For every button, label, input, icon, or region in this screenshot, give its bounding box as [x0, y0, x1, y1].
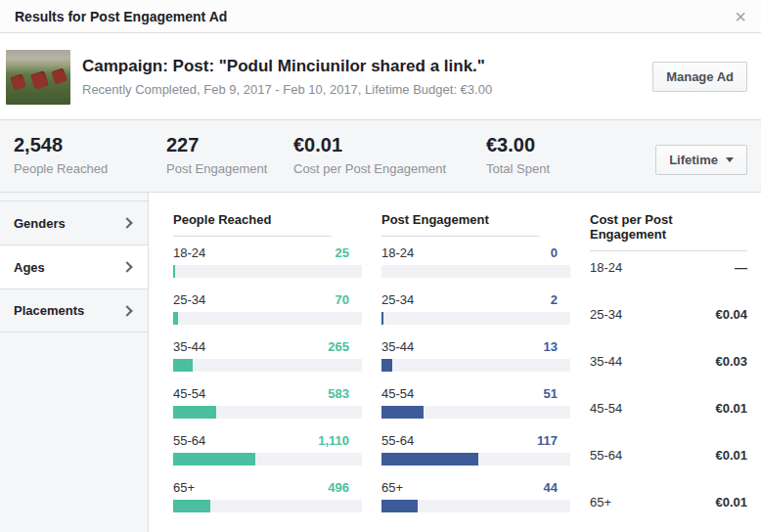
campaign-title: Campaign: Post: "Podul Minciunilor share… [82, 57, 652, 76]
age-range-label: 45-54 [381, 386, 414, 401]
breakdown-row: 18-24 0 [381, 245, 570, 278]
column-header: Cost per Post Engagement [590, 212, 747, 251]
date-range-label: Lifetime [669, 153, 718, 167]
age-range-label: 35-44 [381, 339, 414, 354]
column-rows: 18-24 — 25-34 €0.04 35-44 €0.03 45-54 €0… [590, 260, 747, 527]
breakdown-row: 65+ €0.01 [590, 495, 747, 527]
summary-stat: €3.00 Total Spent [486, 134, 550, 176]
bar-fill [173, 359, 193, 372]
row-top: 25-34 2 [381, 292, 570, 307]
column-header: People Reached [173, 212, 332, 237]
summary-stat: 2,548 People Reached [14, 134, 166, 176]
sidebar-item-label: Placements [14, 303, 84, 318]
bar-track [381, 265, 570, 278]
summary-stat: €0.01 Cost per Post Engagement [293, 134, 486, 176]
bar-fill [381, 500, 418, 512]
row-top: 18-24 0 [381, 245, 570, 260]
breakdown-column: Cost per Post Engagement 18-24 — 25-34 €… [590, 212, 747, 532]
metric-value: 1,110 [318, 433, 349, 448]
dialog-titlebar: Results for Post Engagement Ad × [0, 0, 761, 33]
age-range-label: 18-24 [173, 245, 205, 260]
age-range-label: 55-64 [590, 448, 622, 463]
stat-label: People Reached [14, 161, 166, 176]
metric-value: 25 [336, 245, 349, 260]
row-top: 45-54 51 [381, 386, 570, 401]
bar-fill [173, 453, 255, 466]
breakdown-row: 45-54 €0.01 [590, 401, 747, 433]
breakdown-row: 65+ 44 [381, 480, 570, 512]
age-range-label: 65+ [590, 495, 611, 510]
close-icon[interactable]: × [735, 7, 746, 26]
metric-value: 265 [328, 339, 349, 354]
stat-label: Total Spent [486, 161, 550, 176]
row-top: 65+ 44 [381, 480, 570, 495]
age-range-label: 55-64 [381, 433, 414, 448]
age-range-label: 35-44 [173, 339, 205, 354]
metric-value: 0 [551, 245, 558, 260]
results-dialog: Results for Post Engagement Ad × Campaig… [0, 0, 761, 532]
breakdown-charts: People Reached 18-24 25 25-34 70 35-44 2… [149, 193, 761, 532]
chevron-right-icon [121, 305, 132, 316]
age-range-label: 45-54 [590, 401, 622, 416]
breakdown-column: People Reached 18-24 25 25-34 70 35-44 2… [173, 212, 362, 532]
bar-track [173, 265, 362, 278]
age-range-label: 45-54 [173, 386, 205, 401]
bar-track [381, 453, 570, 466]
bar-track [173, 500, 362, 512]
bar-fill [381, 312, 383, 325]
bar-track [173, 312, 362, 325]
row-top: 45-54 583 [173, 386, 362, 401]
breakdown-row: 35-44 265 [173, 339, 362, 372]
age-range-label: 35-44 [590, 354, 622, 369]
bar-track [381, 406, 570, 419]
age-range-label: 65+ [381, 480, 403, 495]
row-top: 18-24 25 [173, 245, 362, 260]
breakdown-row: 25-34 €0.04 [590, 307, 747, 339]
age-range-label: 25-34 [173, 292, 205, 307]
manage-ad-button[interactable]: Manage Ad [652, 62, 747, 92]
age-range-label: 25-34 [590, 307, 622, 322]
bar-track [381, 312, 570, 325]
row-top: 55-64 117 [381, 433, 570, 448]
bar-track [173, 406, 362, 419]
metric-value: €0.01 [715, 448, 747, 463]
sidebar-item-genders[interactable]: Genders [0, 200, 148, 244]
metric-value: 583 [328, 386, 349, 401]
metric-value: 51 [544, 386, 558, 401]
sidebar-item-placements[interactable]: Placements [0, 288, 148, 332]
ad-thumbnail-cannon [51, 67, 67, 84]
row-top: 18-24 — [590, 260, 747, 275]
summary-stat: 227 Post Engagement [166, 134, 293, 176]
row-top: 35-44 €0.03 [590, 354, 747, 369]
sidebar-item-label: Genders [14, 216, 66, 231]
stat-value: 2,548 [14, 134, 166, 156]
breakdown-row: 35-44 13 [381, 339, 570, 372]
breakdown-row: 18-24 25 [173, 245, 362, 278]
age-range-label: 65+ [173, 480, 195, 495]
breakdown-row: 25-34 2 [381, 292, 570, 325]
breakdown-row: 65+ 496 [173, 480, 362, 512]
age-range-label: 18-24 [381, 245, 414, 260]
campaign-header: Campaign: Post: "Podul Minciunilor share… [0, 33, 761, 119]
ad-thumbnail-cannon [10, 73, 26, 90]
breakdown-row: 25-34 70 [173, 292, 362, 325]
metric-value: 44 [544, 480, 558, 495]
caret-down-icon [726, 157, 734, 162]
metric-value: 496 [328, 480, 349, 495]
age-range-label: 25-34 [381, 292, 414, 307]
date-range-selector[interactable]: Lifetime [655, 145, 747, 175]
row-top: 25-34 70 [173, 292, 362, 307]
bar-fill [381, 453, 478, 466]
bar-fill [173, 500, 210, 512]
breakdown-row: 18-24 — [590, 260, 747, 292]
metric-value: 117 [537, 433, 558, 448]
sidebar-item-ages[interactable]: Ages [0, 244, 148, 288]
breakdown-row: 55-64 117 [381, 433, 570, 466]
breakdown-row: 55-64 €0.01 [590, 448, 747, 480]
metric-value: — [735, 260, 747, 275]
ad-thumbnail [6, 50, 70, 105]
column-rows: 18-24 25 25-34 70 35-44 265 45-54 583 [173, 245, 362, 512]
row-top: 65+ €0.01 [590, 495, 747, 510]
bar-track [173, 453, 362, 466]
metric-value: €0.01 [715, 495, 747, 510]
